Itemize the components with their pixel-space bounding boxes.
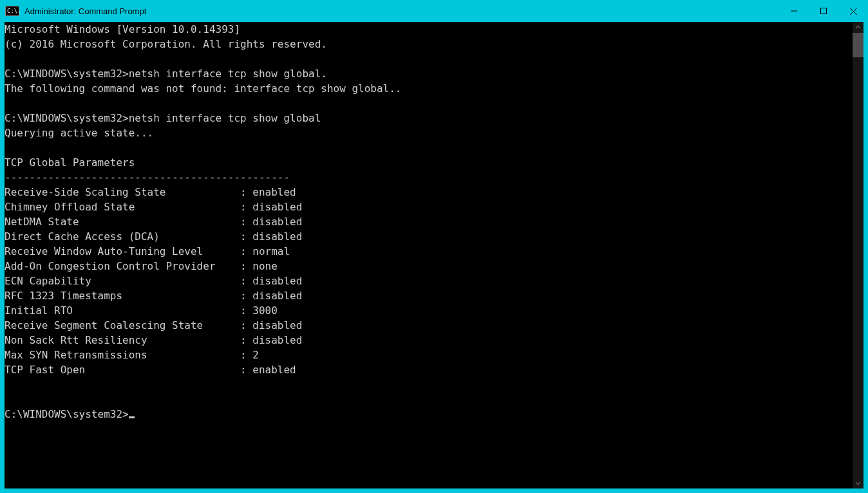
scrollbar-up-arrow-icon[interactable]	[853, 22, 863, 33]
scrollbar-thumb[interactable]	[853, 33, 863, 57]
close-button[interactable]	[838, 0, 868, 22]
minimize-button[interactable]	[779, 0, 809, 22]
cursor	[129, 416, 135, 418]
vertical-scrollbar[interactable]	[853, 22, 863, 488]
scrollbar-down-arrow-icon[interactable]	[853, 478, 863, 488]
command-prompt-window: C:\. Administrator: Command Prompt Micro…	[0, 0, 868, 493]
window-controls	[779, 0, 868, 22]
prompt: C:\WINDOWS\system32>	[5, 408, 129, 420]
titlebar[interactable]: C:\. Administrator: Command Prompt	[0, 0, 868, 22]
scrollbar-track[interactable]	[853, 33, 863, 478]
client-area-wrap: Microsoft Windows [Version 10.0.14393] (…	[0, 22, 868, 493]
window-title: Administrator: Command Prompt	[23, 6, 779, 16]
app-icon: C:\.	[5, 6, 19, 16]
maximize-button[interactable]	[809, 0, 838, 22]
terminal-client-area[interactable]: Microsoft Windows [Version 10.0.14393] (…	[5, 22, 853, 488]
svg-rect-1	[821, 8, 827, 14]
